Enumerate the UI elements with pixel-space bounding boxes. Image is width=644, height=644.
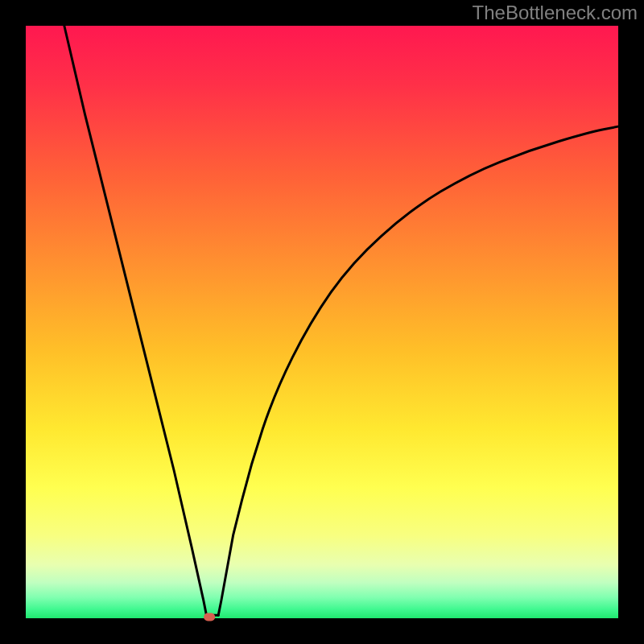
watermark-text: TheBottleneck.com (473, 2, 638, 24)
minimum-marker (204, 613, 215, 621)
chart-container: TheBottleneck.com (0, 0, 644, 644)
chart-svg (0, 0, 644, 644)
svg-rect-0 (204, 613, 215, 621)
plot-background (26, 26, 618, 618)
